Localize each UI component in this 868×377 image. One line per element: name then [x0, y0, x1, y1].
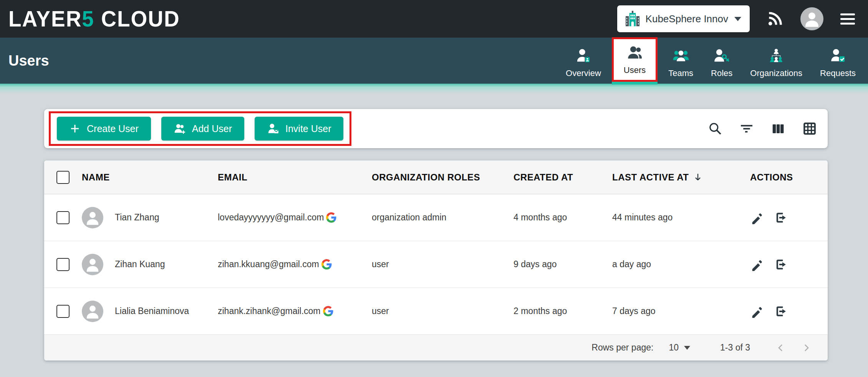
table-view-controls — [708, 121, 817, 136]
logo-text-5: 5 — [82, 7, 94, 31]
layer5-cloud-logo: LAYER5 CLOUD — [8, 6, 180, 32]
search-icon — [708, 121, 722, 136]
nav-tabs: Overview Users — [559, 38, 863, 84]
chevron-down-icon — [734, 17, 741, 21]
last-active-at: a day ago — [612, 259, 750, 270]
rss-icon — [767, 10, 784, 27]
columns-button[interactable] — [771, 121, 785, 136]
row-checkbox[interactable] — [56, 211, 70, 224]
rows-per-page-select[interactable]: 10 — [669, 342, 690, 353]
user-name: Tian Zhang — [115, 212, 159, 223]
grid-view-button[interactable] — [802, 121, 817, 136]
pagination-range: 1-3 of 3 — [720, 342, 750, 353]
navbar-gradient-divider — [0, 84, 868, 94]
rows-per-page-label: Rows per page: — [591, 342, 653, 353]
feed-rss-button[interactable] — [767, 10, 784, 27]
created-at: 9 days ago — [514, 259, 612, 270]
remove-user-button[interactable] — [774, 258, 788, 271]
filter-icon — [739, 121, 754, 136]
section-navbar: Users Overview — [0, 38, 868, 84]
row-checkbox[interactable] — [56, 305, 70, 318]
hamburger-menu-button[interactable] — [840, 13, 855, 25]
users-icon — [626, 45, 644, 62]
user-account-button[interactable] — [800, 7, 823, 30]
person-badge-icon — [575, 48, 592, 65]
column-header-name[interactable]: NAME — [82, 172, 218, 183]
highlight-box-user-buttons: Create User Add User — [49, 111, 351, 146]
user-role: user — [372, 259, 514, 270]
previous-page-button[interactable] — [773, 340, 788, 356]
table-row: Tian Zhang lovedayyyyyyy@gmail.com organ… — [44, 194, 828, 241]
invite-user-button[interactable]: Invite User — [255, 117, 343, 141]
remove-user-button[interactable] — [774, 304, 788, 318]
chevron-left-icon — [776, 343, 785, 352]
teams-icon — [672, 48, 690, 65]
columns-icon — [771, 121, 785, 136]
tab-teams[interactable]: Teams — [661, 48, 700, 84]
edit-user-button[interactable] — [750, 211, 763, 224]
edit-pencil-icon — [750, 258, 763, 271]
row-checkbox[interactable] — [56, 258, 70, 271]
grid-icon — [802, 121, 817, 136]
user-role: user — [372, 306, 514, 316]
user-email: zihan.kkuang@gmail.com — [218, 259, 319, 270]
table-pagination: Rows per page: 10 1-3 of 3 — [44, 335, 828, 360]
main-content: Create User Add User — [0, 94, 868, 360]
user-email: zihank.zihank@gmail.com — [218, 306, 321, 316]
select-all-checkbox[interactable] — [56, 171, 70, 184]
user-email: lovedayyyyyyy@gmail.com — [218, 212, 324, 223]
highlight-box-users-tab: Users — [612, 37, 658, 82]
column-header-actions: ACTIONS — [750, 172, 828, 183]
google-icon — [321, 259, 332, 270]
person-check-icon — [829, 48, 847, 65]
next-page-button[interactable] — [798, 340, 814, 356]
column-header-created-at[interactable]: CREATED AT — [514, 172, 612, 183]
filter-button[interactable] — [739, 121, 754, 136]
create-user-button[interactable]: Create User — [57, 117, 151, 141]
table-header-row: NAME EMAIL ORGANIZATION ROLES CREATED AT… — [44, 160, 828, 194]
person-icon — [800, 7, 823, 30]
google-icon — [323, 306, 333, 316]
logout-exit-icon — [774, 304, 788, 318]
google-icon — [326, 212, 336, 223]
table-row: Lialia Beniaminova zihank.zihank@gmail.c… — [44, 288, 828, 335]
remove-user-button[interactable] — [774, 211, 788, 225]
add-user-button[interactable]: Add User — [161, 117, 244, 141]
top-app-bar: LAYER5 CLOUD KubeS — [0, 0, 868, 38]
created-at: 4 months ago — [514, 212, 612, 223]
organization-building-icon — [626, 11, 639, 27]
user-role: organization admin — [372, 212, 514, 223]
invite-user-icon — [267, 122, 279, 135]
column-header-last-active-at[interactable]: LAST ACTIVE AT — [612, 172, 750, 183]
hamburger-icon — [840, 13, 855, 25]
organization-switcher[interactable]: KubeSphere Innov — [617, 5, 750, 32]
edit-user-button[interactable] — [750, 305, 763, 318]
add-user-icon — [174, 122, 186, 135]
tab-organizations[interactable]: Organizations — [743, 48, 809, 84]
users-page: LAYER5 CLOUD KubeS — [0, 0, 868, 377]
plus-icon — [69, 123, 81, 134]
table-row: Zihan Kuang zihan.kkuang@gmail.com user … — [44, 241, 828, 288]
chevron-right-icon — [802, 343, 811, 352]
edit-pencil-icon — [750, 305, 763, 318]
tab-overview[interactable]: Overview — [559, 48, 608, 84]
avatar — [800, 7, 823, 30]
search-button[interactable] — [708, 121, 722, 136]
avatar — [82, 301, 103, 322]
page-title: Users — [8, 53, 49, 69]
edit-pencil-icon — [750, 211, 763, 224]
chevron-down-icon — [684, 346, 690, 350]
organization-name: KubeSphere Innov — [646, 13, 728, 25]
edit-user-button[interactable] — [750, 258, 763, 271]
last-active-at: 7 days ago — [612, 306, 750, 316]
column-header-organization-roles[interactable]: ORGANIZATION ROLES — [372, 172, 514, 183]
logout-exit-icon — [774, 258, 788, 271]
person-key-icon — [713, 48, 731, 65]
user-name: Zihan Kuang — [115, 259, 165, 270]
org-hierarchy-icon — [767, 48, 785, 65]
tab-roles[interactable]: Roles — [704, 48, 739, 84]
tab-users[interactable]: Users — [624, 45, 646, 75]
logout-exit-icon — [774, 211, 788, 225]
tab-requests[interactable]: Requests — [813, 48, 863, 84]
column-header-email[interactable]: EMAIL — [218, 172, 372, 183]
